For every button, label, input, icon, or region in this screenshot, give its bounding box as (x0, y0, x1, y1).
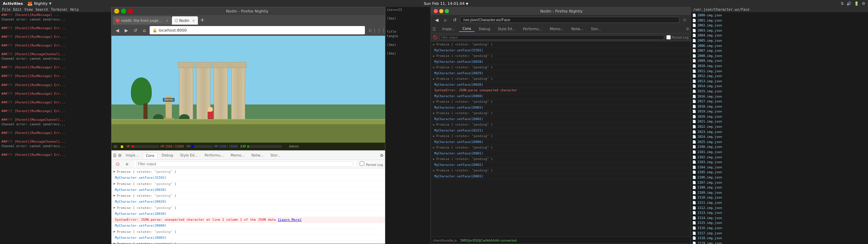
nodin-reload-button[interactable]: ↺ (451, 16, 459, 24)
console-expand-arrow[interactable]: ▶ (114, 229, 115, 234)
learn-more-link[interactable]: [Learn More] (278, 218, 302, 221)
nodin-expand-arrow[interactable]: ▶ (433, 77, 435, 82)
file-entry[interactable]: 📄2008.img.json (692, 53, 867, 59)
file-entry[interactable]: 📄2109.img.json (692, 190, 867, 195)
nodin-filter-input[interactable] (439, 35, 664, 40)
nodin-tab-network[interactable]: Netw... (568, 26, 587, 32)
tab-nodin-close[interactable]: × (192, 19, 195, 23)
file-entry[interactable]: 📄2012.img.json (692, 74, 867, 79)
nodin-expand-arrow[interactable]: ▶ (433, 134, 435, 139)
file-entry[interactable]: 📄2003.img.json (692, 28, 867, 33)
term-menu-search[interactable]: Search (35, 8, 48, 11)
file-entry[interactable]: 📄2020.img.json (692, 114, 867, 119)
term-menu-terminal[interactable]: Terminal (51, 8, 67, 11)
tab-reddit-close[interactable]: × (166, 19, 168, 23)
forward-button[interactable]: ▶ (123, 26, 130, 34)
file-entry[interactable]: 📄2011.img.json (692, 69, 867, 74)
url-bar[interactable]: 🔒 localhost:8000 (150, 26, 365, 34)
file-entry[interactable]: 📄2014.img.json (692, 84, 867, 89)
nightly-button[interactable]: 🦊 Nightly ▼ (27, 1, 51, 6)
nodin-expand-arrow[interactable]: ▶ (433, 100, 435, 104)
file-entry[interactable]: 📄2113.img.json (692, 210, 867, 216)
settings-icon[interactable]: ⚙ (862, 1, 865, 6)
nodin-tab-debugger[interactable]: Debug (475, 26, 494, 32)
nodin-tab-performance[interactable]: Performu... (519, 26, 545, 32)
tab-nodin[interactable]: ⬡ Nodin × (172, 16, 198, 25)
file-entry[interactable]: 📄2000-img.json (692, 13, 867, 18)
dt-tab-network[interactable]: Netw... (249, 153, 266, 158)
nodin-tab-inspector[interactable]: Inspe... (439, 26, 459, 32)
file-entry[interactable]: 📄2015.img.json (692, 89, 867, 94)
nodin-tab-memory[interactable]: Memo... (546, 26, 567, 32)
file-entry[interactable]: 📄2001.img.json (692, 18, 867, 23)
nodin-back-button[interactable]: ◀ (433, 16, 441, 24)
term-menu-help[interactable]: Help (70, 8, 79, 11)
file-entry[interactable]: 📄2117.img.json (692, 231, 867, 236)
file-entry[interactable]: 📄2114.img.json (692, 216, 867, 221)
network-icon[interactable]: ⇅ (841, 1, 844, 6)
file-entry[interactable]: 📄2100.img.json (692, 144, 867, 150)
nodin-expand-arrow[interactable]: ▶ (433, 54, 435, 59)
ff-close-button[interactable]: × (128, 9, 133, 14)
file-entry[interactable]: 📄2022.img.json (692, 124, 867, 129)
file-entry[interactable]: 📄2017.img.json (692, 99, 867, 104)
file-entry[interactable]: 📄2115.img.json (692, 220, 867, 226)
console-expand-arrow[interactable]: ▶ (114, 169, 115, 174)
ff-minimize-button[interactable]: − (114, 9, 119, 14)
new-tab-button[interactable]: + (199, 16, 206, 24)
file-entry[interactable]: 📄2116.img.json (692, 226, 867, 231)
file-entry[interactable]: 📄2105.img.json (692, 170, 867, 175)
nodin-expand-arrow[interactable]: ▶ (433, 111, 435, 116)
dt-tab-debugger[interactable]: Debug (159, 153, 176, 158)
file-entry[interactable]: 📄2106.img.json (692, 175, 867, 180)
term-menu-view[interactable]: View (24, 8, 33, 11)
nodin-persist-checkbox[interactable] (666, 35, 671, 40)
nodin-bookmark-button[interactable]: ☆ (681, 16, 688, 24)
file-entry[interactable]: 📄2103.img.json (692, 160, 867, 165)
file-entry[interactable]: 📄2119.img.json (692, 241, 867, 244)
file-entry[interactable]: 📄2004.img.json (692, 33, 867, 38)
nodin-tab-storage[interactable]: Stor... (587, 26, 604, 32)
file-entry[interactable]: 📄2023.img.json (692, 129, 867, 135)
file-entry[interactable]: 📄2118.img.json (692, 236, 867, 241)
console-expand-arrow[interactable]: ▶ (114, 193, 115, 198)
dt-tab-style-editor[interactable]: Style Ed... (177, 153, 201, 158)
dt-settings-icon[interactable]: ⚙ (380, 153, 384, 158)
nodin-close-button[interactable] (434, 9, 438, 13)
file-entry[interactable]: 📄2010.img.json (692, 64, 867, 69)
persist-log-checkbox[interactable] (360, 161, 364, 166)
file-entry[interactable]: 📄2024.img.json (692, 134, 867, 140)
file-entry[interactable]: 📄2002.img.json (692, 23, 867, 28)
console-expand-arrow[interactable]: ▶ (114, 182, 115, 186)
nodin-clear-icon[interactable]: 🚫 (433, 35, 438, 40)
file-entry[interactable]: 📄2013.img.json (692, 79, 867, 84)
nodin-maximize-button[interactable] (445, 9, 449, 13)
term-menu-edit[interactable]: Edit (13, 8, 22, 11)
file-entry[interactable]: 📄2005.img.json (692, 38, 867, 43)
ff-maximize-button[interactable]: □ (121, 9, 126, 14)
file-entry[interactable]: 📄2021.img.json (692, 119, 867, 124)
back-button[interactable]: ◀ (114, 26, 121, 34)
file-entry[interactable]: 📄2018.img.json (692, 104, 867, 109)
dt-tab-performance[interactable]: Performu... (202, 153, 226, 158)
nodin-dt-settings-icon[interactable]: ⚙ (686, 27, 689, 31)
file-entry[interactable]: 📄2107.img.json (692, 180, 867, 185)
dt-tab-inspector[interactable]: Inspe... (123, 153, 142, 158)
filter-input[interactable] (136, 161, 353, 167)
nodin-tab-style-editor[interactable]: Style Ed... (494, 26, 519, 32)
file-entry[interactable]: 📄2006.img.json (692, 43, 867, 49)
console-filter-button[interactable]: ⊞ (124, 162, 131, 166)
overflow-menu-button[interactable]: ⋮⋮⋮ (375, 26, 383, 34)
nodin-tab-console[interactable]: Cons (459, 26, 475, 32)
nodin-expand-arrow[interactable]: ▶ (433, 123, 435, 127)
dt-tab-memory[interactable]: Memo... (228, 153, 247, 158)
file-entry[interactable]: 📄2104.img.json (692, 165, 867, 170)
term-menu-file[interactable]: File (2, 8, 10, 11)
file-entry[interactable]: 📄2111.img.json (692, 200, 867, 205)
file-entry[interactable]: 📄2101.img.json (692, 150, 867, 155)
dt-tab-storage[interactable]: Stor... (268, 153, 283, 158)
file-entry[interactable]: 📄2007.img.json (692, 48, 867, 53)
console-expand-arrow[interactable]: ▶ (114, 241, 115, 244)
file-entry[interactable]: 📄2016.img.json (692, 94, 867, 99)
nodin-expand-arrow[interactable]: ▶ (433, 168, 435, 173)
